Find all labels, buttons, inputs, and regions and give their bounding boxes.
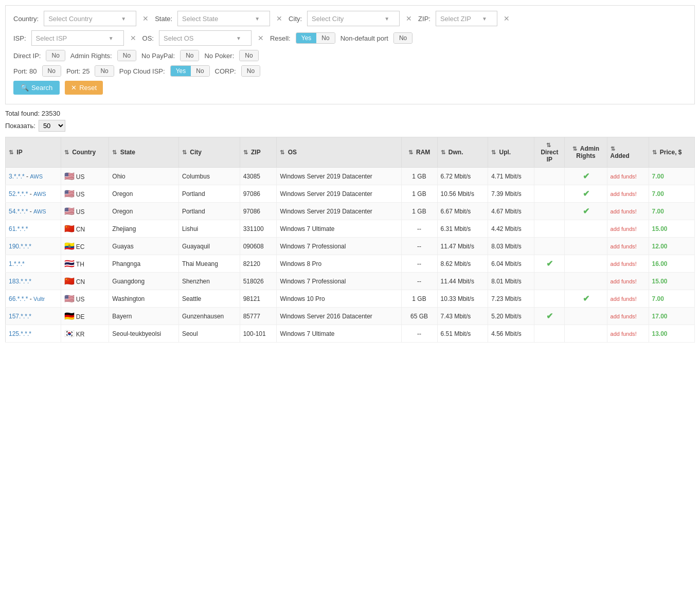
reset-button[interactable]: ✕ Reset: [65, 81, 103, 95]
nondefault-no-button[interactable]: No: [394, 33, 412, 43]
add-funds-label: add funds!: [611, 296, 637, 302]
state-select[interactable]: Select State: [177, 11, 270, 26]
cell-ip: 61.*.*.*: [6, 220, 61, 238]
cell-dwn: 10.33 Mbit/s: [437, 290, 488, 308]
ip-link[interactable]: 1.*.*.*: [9, 260, 25, 267]
show-select[interactable]: 50 100 200 500: [39, 120, 65, 132]
cell-city: Seoul: [178, 325, 240, 343]
direct-ip-no-button[interactable]: No: [46, 50, 64, 61]
resell-no-button[interactable]: No: [316, 33, 334, 43]
no-poker-no-button[interactable]: No: [240, 50, 258, 61]
os-select[interactable]: Select OS: [159, 30, 252, 46]
pop-cloud-yes-button[interactable]: Yes: [171, 66, 191, 76]
th-ip[interactable]: ⇅ IP: [6, 137, 61, 168]
th-upl[interactable]: ⇅ Upl.: [488, 137, 534, 168]
table-row: 54.*.*.* - AWS🇺🇸USOregonPortland97086Win…: [6, 203, 695, 220]
cell-city: Gunzenhausen: [178, 308, 240, 325]
upl-value: 4.71 Mbit/s: [491, 173, 522, 180]
provider-link[interactable]: AWS: [30, 173, 43, 180]
th-city[interactable]: ⇅ City: [178, 137, 240, 168]
zip-clear-button[interactable]: ✕: [502, 15, 511, 22]
search-button-label: Search: [31, 84, 52, 92]
country-clear-button[interactable]: ✕: [141, 15, 150, 22]
table-row: 3.*.*.* - AWS🇺🇸USOhioColumbus43085Window…: [6, 168, 695, 185]
upl-value: 6.04 Mbit/s: [491, 260, 522, 267]
ip-link[interactable]: 66.*.*.*: [9, 295, 28, 302]
os-clear-button[interactable]: ✕: [257, 34, 265, 42]
cell-os: Windows 8 Pro: [277, 255, 401, 273]
provider-link[interactable]: AWS: [33, 208, 46, 214]
port80-toggle: No: [42, 65, 61, 77]
city-select[interactable]: Select City: [307, 11, 400, 26]
th-state[interactable]: ⇅ State: [109, 137, 179, 168]
price-value: 7.00: [652, 208, 664, 215]
cell-price: 7.00: [649, 168, 694, 185]
corp-no-button[interactable]: No: [242, 66, 260, 76]
ip-link[interactable]: 61.*.*.*: [9, 225, 28, 232]
provider-link[interactable]: AWS: [33, 191, 46, 197]
admin-rights-no-button[interactable]: No: [118, 50, 136, 61]
cell-direct-ip: [534, 203, 565, 220]
zip-select-wrapper: Select ZIP ▼: [436, 11, 497, 26]
port25-label: Port: 25: [66, 67, 90, 75]
direct-ip-check-icon: ✔: [546, 312, 553, 320]
cell-state: Guayas: [109, 238, 179, 255]
resell-yes-button[interactable]: Yes: [296, 33, 317, 43]
th-country[interactable]: ⇅ Country: [61, 137, 109, 168]
th-admin-rights[interactable]: ⇅ AdminRights: [565, 137, 607, 168]
provider-link[interactable]: Vultr: [33, 296, 45, 302]
isp-clear-button[interactable]: ✕: [129, 34, 137, 42]
port25-no-button[interactable]: No: [95, 66, 113, 76]
cell-zip: 85777: [240, 308, 277, 325]
th-os[interactable]: ⇅ OS: [277, 137, 401, 168]
cell-added: add funds!: [607, 273, 649, 290]
isp-select[interactable]: Select ISP: [31, 30, 124, 46]
add-funds-label: add funds!: [611, 313, 637, 319]
ip-link[interactable]: 157.*.*.*: [9, 313, 31, 320]
country-label: Country:: [13, 15, 39, 23]
pop-cloud-no-button[interactable]: No: [191, 66, 209, 76]
flag-icon: 🇰🇷: [64, 329, 75, 338]
th-price[interactable]: ⇅ Price, $: [649, 137, 694, 168]
ip-link[interactable]: 183.*.*.*: [9, 278, 31, 285]
direct-ip-toggle: No: [46, 50, 65, 61]
action-row: 🔍 Search ✕ Reset: [13, 81, 687, 95]
th-direct-ip[interactable]: ⇅DirectIP: [534, 137, 565, 168]
country-select[interactable]: Select Country: [44, 11, 136, 26]
cell-added: add funds!: [607, 238, 649, 255]
cell-ram: --: [401, 220, 437, 238]
search-button[interactable]: 🔍 Search: [13, 81, 60, 95]
cell-country: 🇨🇳CN: [61, 220, 109, 238]
city-clear-button[interactable]: ✕: [405, 15, 413, 22]
th-ram[interactable]: ⇅ RAM: [401, 137, 437, 168]
ip-link[interactable]: 52.*.*.*: [9, 190, 28, 198]
no-paypal-no-button[interactable]: No: [181, 50, 199, 61]
cell-dwn: 11.47 Mbit/s: [437, 238, 488, 255]
ip-link[interactable]: 190.*.*.*: [9, 243, 31, 250]
table-row: 183.*.*.*🇨🇳CNGuangdongShenzhen518026Wind…: [6, 273, 695, 290]
cell-price: 12.00: [649, 238, 694, 255]
filter-row-1: Country: Select Country ▼ ✕ State: Selec…: [13, 11, 687, 26]
ip-link[interactable]: 3.*.*.*: [9, 173, 25, 180]
ip-link[interactable]: 54.*.*.*: [9, 208, 28, 215]
cell-city: Thai Mueang: [178, 255, 240, 273]
cell-direct-ip: [534, 238, 565, 255]
flag-icon: 🇺🇸: [64, 207, 75, 216]
table-row: 125.*.*.*🇰🇷KRSeoul-teukbyeolsiSeoul100-1…: [6, 325, 695, 343]
cell-ram: 1 GB: [401, 290, 437, 308]
cell-admin-rights: [565, 220, 607, 238]
th-zip[interactable]: ⇅ ZIP: [240, 137, 277, 168]
cell-zip: 518026: [240, 273, 277, 290]
nondefault-label: Non-default port: [340, 34, 388, 42]
cell-zip: 97086: [240, 203, 277, 220]
cell-upl: 7.23 Mbit/s: [488, 290, 534, 308]
state-clear-button[interactable]: ✕: [275, 15, 283, 22]
th-dwn[interactable]: ⇅ Dwn.: [437, 137, 488, 168]
th-added[interactable]: ⇅Added: [607, 137, 649, 168]
port80-no-button[interactable]: No: [43, 66, 61, 76]
zip-select[interactable]: Select ZIP: [436, 11, 497, 26]
dwn-value: 10.56 Mbit/s: [441, 190, 474, 198]
cell-direct-ip: [534, 220, 565, 238]
flag-icon: 🇨🇳: [64, 277, 75, 285]
ip-link[interactable]: 125.*.*.*: [9, 330, 31, 337]
